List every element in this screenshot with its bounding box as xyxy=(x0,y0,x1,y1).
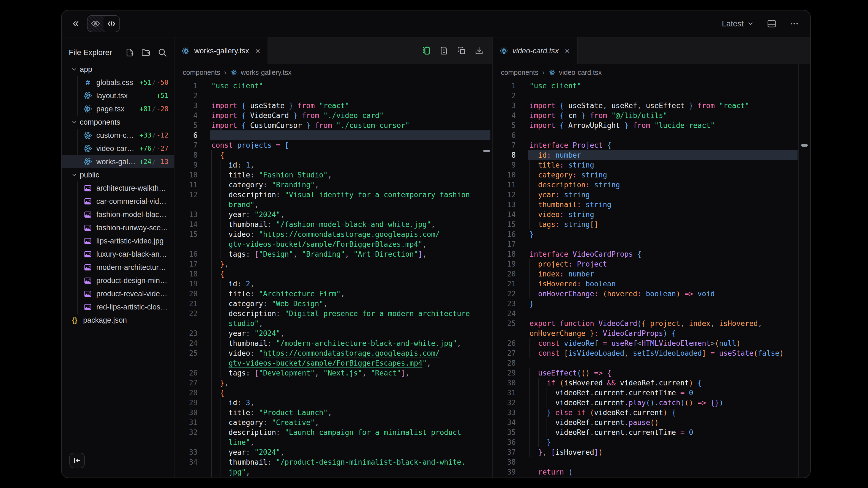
code-line[interactable]: 1"use client" xyxy=(493,81,810,91)
code-line[interactable]: 19 id: 2, xyxy=(175,279,492,289)
code-line[interactable]: 30 if (isHovered && videoRef.current) { xyxy=(493,378,810,388)
code-line[interactable]: 6 xyxy=(175,130,492,140)
code-line[interactable]: 27 }, xyxy=(175,378,492,388)
code-line[interactable]: 17 }, xyxy=(175,259,492,269)
sidebar-file-red-lips-artistic-close-[interactable]: red-lips-artistic-close… xyxy=(62,300,174,314)
code-line[interactable]: 30 title: "Product Launch", xyxy=(175,408,492,418)
code-line[interactable]: jpg", xyxy=(175,467,492,477)
code-line[interactable]: 5import { CustomCursor } from "./custom-… xyxy=(175,121,492,130)
code-line[interactable]: 18interface VideoCardProps { xyxy=(493,249,810,259)
code-line[interactable]: 22 description: "Digital presence for a … xyxy=(175,308,492,319)
code-line[interactable]: 32 videoRef.current.play().catch(() => {… xyxy=(493,398,810,408)
sidebar-folder-components[interactable]: components xyxy=(62,116,174,129)
preview-toggle-button[interactable] xyxy=(88,16,103,32)
code-line[interactable]: 29 useEffect(() => { xyxy=(493,368,810,378)
code-line[interactable]: 8 id: number xyxy=(493,150,810,160)
code-line[interactable]: 7interface Project { xyxy=(493,140,810,150)
code-line[interactable]: 14 video: string xyxy=(493,209,810,220)
code-line[interactable]: 20 index: number xyxy=(493,269,810,279)
download-icon[interactable] xyxy=(474,46,484,55)
code-line[interactable]: 6 xyxy=(493,130,810,140)
sidebar-file-luxury-car-black-and-[interactable]: luxury-car-black-and-… xyxy=(62,248,174,261)
code-editor-video-card[interactable]: 1"use client"23import { useState, useRef… xyxy=(493,80,810,478)
copy-icon[interactable] xyxy=(457,46,466,55)
code-line[interactable]: 2 xyxy=(493,91,810,101)
code-line[interactable]: 15 video: "https://commondatastorage.goo… xyxy=(175,229,492,239)
code-line[interactable]: 16} xyxy=(493,229,810,239)
code-line[interactable]: 5import { ArrowUpRight } from "lucide-re… xyxy=(493,121,810,130)
code-line[interactable]: 20 title: "Architecture Firm", xyxy=(175,289,492,299)
code-line[interactable]: 32 description: "Launch campaign for a m… xyxy=(175,427,492,437)
code-line[interactable]: studio", xyxy=(175,319,492,328)
code-line[interactable]: 13 thumbnail: string xyxy=(493,200,810,209)
collapse-sidebar-button[interactable] xyxy=(69,453,85,468)
code-line[interactable]: 39 return ( xyxy=(493,467,810,477)
code-line[interactable]: 16 tags: ["Design", "Branding", "Art Dir… xyxy=(175,249,492,259)
code-line[interactable]: 25export function VideoCard({ project, i… xyxy=(493,319,810,328)
code-line[interactable]: 26 const videoRef = useRef<HTMLVideoElem… xyxy=(493,338,810,348)
sidebar-file-product-design-minim-[interactable]: product-design-minim… xyxy=(62,274,174,287)
code-line[interactable]: 24 thumbnail: "/modern-architecture-blac… xyxy=(175,338,492,348)
sidebar-file-package.json[interactable]: {}package.json xyxy=(62,314,174,327)
new-file-button[interactable] xyxy=(125,48,134,57)
new-folder-button[interactable] xyxy=(141,47,151,58)
sidebar-file-product-reveal-video.j-[interactable]: product-reveal-video.j… xyxy=(62,287,174,300)
code-toggle-button[interactable] xyxy=(103,16,119,32)
code-line[interactable]: 34 thumbnail: "/product-design-minimalis… xyxy=(175,457,492,467)
code-line[interactable]: 22 onHoverChange: (hovered: boolean) => … xyxy=(493,289,810,299)
sidebar-file-lips-artistic-video.jpg[interactable]: lips-artistic-video.jpg xyxy=(62,234,174,248)
code-line[interactable]: 21 category: "Web Design", xyxy=(175,299,492,308)
sidebar-file-custom-curs-[interactable]: custom-curs…+33/-12 xyxy=(62,129,174,142)
version-dropdown[interactable]: Latest xyxy=(722,19,754,28)
sidebar-file-fashion-model-black-[interactable]: fashion-model-black-… xyxy=(62,208,174,221)
tab-works-gallery[interactable]: works-gallery.tsx × xyxy=(175,37,268,64)
breadcrumb-file[interactable]: video-card.tsx xyxy=(559,68,602,76)
code-line[interactable]: 34 videoRef.current.pause() xyxy=(493,418,810,427)
close-tab-icon[interactable]: × xyxy=(255,46,260,55)
code-line[interactable]: 21 isHovered: boolean xyxy=(493,279,810,289)
tab-video-card[interactable]: video-card.tsx × xyxy=(493,37,578,64)
code-line[interactable]: 26 tags: ["Development", "Next.js", "Rea… xyxy=(175,368,492,378)
sidebar-file-works-galler-[interactable]: works-galler…+24/-13 xyxy=(62,155,174,168)
sidebar-file-globals.css[interactable]: #globals.css+51/-50 xyxy=(62,76,174,89)
code-line[interactable]: 29 id: 3, xyxy=(175,398,492,408)
sidebar-file-page.tsx[interactable]: page.tsx+81/-28 xyxy=(62,102,174,116)
sidebar-file-fashion-runway-scen-[interactable]: fashion-runway-scen… xyxy=(62,221,174,234)
code-line[interactable]: 24 xyxy=(493,308,810,319)
code-line[interactable]: 37 }, [isHovered]) xyxy=(493,447,810,457)
code-line[interactable]: 3import { useState } from "react" xyxy=(175,101,492,110)
code-line[interactable]: 2 xyxy=(175,91,492,101)
sidebar-file-car-commercial-video-[interactable]: car-commercial-video… xyxy=(62,195,174,208)
code-line[interactable]: 38 xyxy=(493,457,810,467)
code-line[interactable]: 35 videoRef.current.currentTime = 0 xyxy=(493,427,810,437)
collapse-panel-icon[interactable]: « xyxy=(73,17,79,28)
code-line[interactable]: 28 xyxy=(493,358,810,368)
code-line[interactable]: line", xyxy=(175,437,492,447)
breadcrumb-file[interactable]: works-gallery.tsx xyxy=(241,68,291,76)
code-line[interactable]: gtv-videos-bucket/sample/ForBiggerBlazes… xyxy=(175,239,492,249)
code-line[interactable]: 11 description: string xyxy=(493,180,810,190)
code-line[interactable]: 23} xyxy=(493,299,810,308)
code-line[interactable]: 14 thumbnail: "/fashion-model-black-and-… xyxy=(175,220,492,229)
code-line[interactable]: 27 const [isVideoLoaded, setIsVideoLoade… xyxy=(493,348,810,358)
code-line[interactable]: 28 { xyxy=(175,388,492,398)
code-line[interactable]: gtv-videos-bucket/sample/ForBiggerEscape… xyxy=(175,358,492,368)
sidebar-file-video-card.tsx[interactable]: video-card.tsx+76/-27 xyxy=(62,142,174,155)
code-line[interactable]: 9 id: 1, xyxy=(175,160,492,170)
panel-layout-button[interactable] xyxy=(767,19,777,29)
code-line[interactable]: brand", xyxy=(175,200,492,209)
code-line[interactable]: 12 description: "Visual identity for a c… xyxy=(175,190,492,200)
code-line[interactable]: 4import { VideoCard } from "./video-card… xyxy=(175,110,492,121)
more-options-button[interactable] xyxy=(789,19,799,29)
code-line[interactable]: 19 project: Project xyxy=(493,259,810,269)
code-line[interactable]: 23 year: "2024", xyxy=(175,328,492,338)
code-line[interactable]: 8 { xyxy=(175,150,492,160)
code-line[interactable]: 9 title: string xyxy=(493,160,810,170)
code-line[interactable]: 13 year: "2024", xyxy=(175,209,492,220)
code-line[interactable]: 10 title: "Fashion Studio", xyxy=(175,170,492,180)
code-line[interactable]: 25 video: "https://commondatastorage.goo… xyxy=(175,348,492,358)
code-line[interactable]: 7const projects = [ xyxy=(175,140,492,150)
code-line[interactable]: 1"use client" xyxy=(175,81,492,91)
search-icon[interactable] xyxy=(157,47,167,58)
code-line[interactable]: 11 category: "Branding", xyxy=(175,180,492,190)
